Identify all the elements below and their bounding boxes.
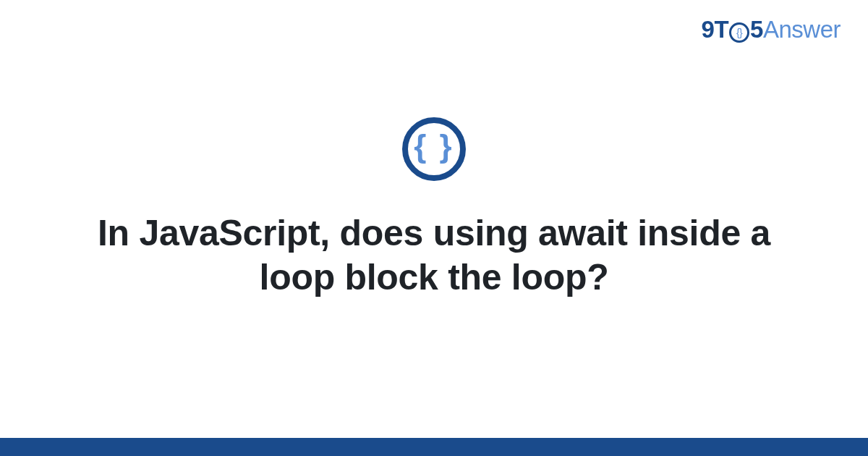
code-braces-icon: { } <box>414 130 454 162</box>
question-title: In JavaScript, does using await inside a… <box>87 211 781 300</box>
footer-bar <box>0 438 868 456</box>
category-icon-ring: { } <box>402 117 466 181</box>
main-content: { } In JavaScript, does using await insi… <box>0 0 868 438</box>
